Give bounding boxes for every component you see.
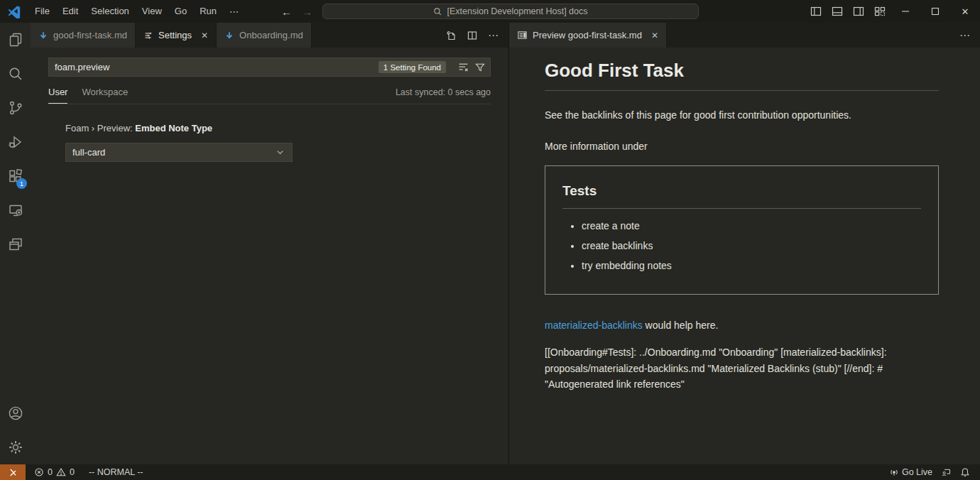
tab-label: Settings	[158, 30, 192, 40]
materialized-backlinks-link[interactable]: materialized-backlinks	[545, 320, 643, 331]
maximize-button[interactable]	[920, 0, 950, 23]
toggle-sidebar-icon[interactable]	[805, 0, 827, 23]
nav-back-icon[interactable]: ←	[281, 6, 292, 18]
vscode-logo-icon	[7, 4, 21, 18]
backlink-paragraph: materialized-backlinks would help here.	[545, 318, 939, 332]
results-count-badge: 1 Setting Found	[379, 61, 446, 73]
settings-scope-tabs: User Workspace Last synced: 0 secs ago	[48, 80, 491, 104]
clear-filters-icon[interactable]	[457, 61, 469, 73]
remote-icon	[8, 467, 18, 478]
tab-label: Preview good-first-task.md	[533, 30, 642, 40]
minimize-button[interactable]	[891, 0, 920, 23]
preview-intro: See the backlinks of this page for good …	[545, 108, 939, 122]
list-item: create backlinks	[582, 239, 921, 253]
close-window-button[interactable]: ✕	[950, 0, 980, 23]
menu-file[interactable]: File	[28, 0, 56, 23]
tab-preview-good-first-task[interactable]: Preview good-first-task.md ✕	[509, 23, 667, 48]
embed-card-list: create a note create backlinks try embed…	[562, 219, 921, 273]
source-control-icon[interactable]	[0, 91, 31, 125]
embed-note-type-select[interactable]: full-card	[65, 143, 293, 162]
list-item: try embedding notes	[582, 258, 921, 273]
setting-name: Embed Note Type	[135, 123, 212, 133]
run-debug-icon[interactable]	[0, 125, 31, 159]
editor-more-actions-icon[interactable]: ⋯	[488, 29, 499, 42]
broadcast-icon	[889, 467, 899, 477]
last-synced-label: Last synced: 0 secs ago	[396, 87, 491, 97]
menu-view[interactable]: View	[136, 0, 168, 23]
menu-go[interactable]: Go	[168, 0, 193, 23]
setting-title: Foam › Preview: Embed Note Type	[65, 123, 491, 133]
activity-bar: 1	[0, 23, 31, 464]
select-value: full-card	[72, 147, 105, 158]
vim-mode-indicator[interactable]: -- NORMAL --	[85, 464, 148, 480]
backlink-paragraph-tail: would help here.	[643, 320, 719, 331]
editor-group-left: good-first-task.md Settings ✕ Onboarding…	[31, 23, 508, 464]
customize-layout-icon[interactable]	[869, 0, 891, 23]
editor-layouts-icon[interactable]	[0, 227, 31, 261]
feedback-icon[interactable]	[937, 464, 956, 480]
errors-icon	[34, 467, 44, 477]
settings-editor: foam.preview 1 Setting Found User Worksp…	[31, 48, 508, 464]
tab-label: good-first-task.md	[53, 30, 127, 40]
chevron-down-icon	[275, 147, 285, 158]
status-bar: 0 0 -- NORMAL -- Go Live	[0, 464, 980, 480]
menu-edit[interactable]: Edit	[56, 0, 85, 23]
warnings-count: 0	[70, 467, 75, 477]
go-live-label: Go Live	[902, 467, 932, 477]
settings-search-input[interactable]: foam.preview 1 Setting Found	[48, 58, 491, 77]
search-icon	[433, 7, 442, 16]
scope-tab-user[interactable]: User	[48, 80, 67, 104]
settings-search-value: foam.preview	[55, 62, 379, 72]
tab-label: Onboarding.md	[239, 30, 303, 40]
extensions-badge: 1	[16, 178, 27, 189]
toggle-panel-icon[interactable]	[827, 0, 848, 23]
tab-bar-right: Preview good-first-task.md ✕ ⋯	[509, 23, 980, 48]
settings-editor-icon	[143, 31, 153, 40]
toggle-secondary-sidebar-icon[interactable]	[848, 0, 869, 23]
embedded-note-card: Tests create a note create backlinks try…	[545, 165, 939, 295]
embed-card-title: Tests	[562, 183, 921, 209]
problems-status[interactable]: 0 0	[30, 464, 79, 480]
accounts-icon[interactable]	[0, 396, 31, 430]
menu-selection[interactable]: Selection	[85, 0, 135, 23]
markdown-preview: Good First Task See the backlinks of thi…	[509, 48, 980, 464]
markdown-file-icon	[38, 31, 48, 40]
menu-run[interactable]: Run	[193, 0, 223, 23]
tab-close-icon[interactable]: ✕	[201, 31, 208, 40]
settings-gear-icon[interactable]	[0, 430, 31, 464]
list-item: create a note	[582, 219, 921, 234]
command-center-search[interactable]: [Extension Development Host] docs	[322, 4, 699, 19]
link-references-paragraph: [[Onboarding#Tests]: ../Onboarding.md "O…	[545, 344, 939, 393]
tab-good-first-task[interactable]: good-first-task.md	[31, 23, 136, 48]
menu-overflow-icon[interactable]: ⋯	[223, 6, 246, 17]
command-center-label: [Extension Development Host] docs	[447, 6, 587, 16]
editor-group-right: Preview good-first-task.md ✕ ⋯ Good Firs…	[509, 23, 980, 464]
markdown-preview-icon	[517, 30, 528, 40]
filter-icon[interactable]	[474, 62, 486, 73]
setting-row-embed-note-type: Foam › Preview: Embed Note Type full-car…	[65, 123, 491, 162]
notifications-bell-icon[interactable]	[956, 464, 974, 480]
errors-count: 0	[48, 467, 53, 477]
split-editor-icon[interactable]	[467, 30, 478, 41]
extensions-icon[interactable]: 1	[0, 159, 31, 193]
preview-more-info: More information under	[545, 139, 939, 153]
explorer-icon[interactable]	[0, 23, 31, 57]
open-settings-json-icon[interactable]	[445, 30, 457, 41]
go-live-button[interactable]: Go Live	[885, 464, 937, 480]
editor-more-actions-icon[interactable]: ⋯	[959, 29, 971, 42]
remote-explorer-icon[interactable]	[0, 193, 31, 227]
tab-onboarding[interactable]: Onboarding.md	[217, 23, 312, 48]
tab-settings[interactable]: Settings ✕	[136, 23, 217, 48]
preview-heading: Good First Task	[545, 60, 939, 91]
setting-category: Foam › Preview:	[65, 123, 135, 133]
tab-close-icon[interactable]: ✕	[651, 31, 658, 40]
remote-indicator[interactable]	[0, 464, 26, 480]
nav-forward-icon[interactable]: →	[302, 6, 312, 18]
markdown-file-icon	[224, 31, 234, 40]
warnings-icon	[56, 467, 66, 477]
tab-bar-left: good-first-task.md Settings ✕ Onboarding…	[31, 23, 508, 48]
scope-tab-workspace[interactable]: Workspace	[82, 80, 128, 104]
search-sidebar-icon[interactable]	[0, 57, 31, 91]
title-bar: File Edit Selection View Go Run ⋯ ← → [E…	[0, 0, 980, 23]
